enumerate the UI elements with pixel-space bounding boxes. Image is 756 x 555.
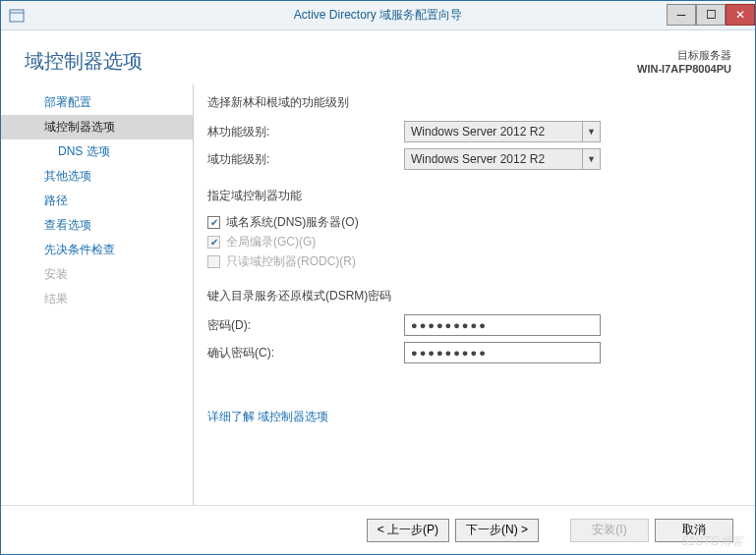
password-input[interactable]: ●●●●●●●●● xyxy=(404,314,601,336)
rodc-checkbox-row: 只读域控制器(RODC)(R) xyxy=(207,253,731,270)
app-icon xyxy=(9,9,25,23)
sidebar-item-deploy[interactable]: 部署配置 xyxy=(1,90,193,115)
install-button: 安装(I) xyxy=(570,519,649,542)
rodc-checkbox xyxy=(207,255,220,268)
chevron-down-icon: ▼ xyxy=(582,149,600,169)
minimize-button[interactable]: ─ xyxy=(667,4,696,26)
svg-rect-0 xyxy=(10,10,24,22)
prev-button[interactable]: < 上一步(P) xyxy=(367,519,449,542)
header: 域控制器选项 目标服务器 WIN-I7AFP8004PU xyxy=(1,30,755,84)
forest-level-label: 林功能级别: xyxy=(207,124,404,140)
main-panel: 选择新林和根域的功能级别 林功能级别: Windows Server 2012 … xyxy=(207,84,731,505)
sidebar-item-prereq[interactable]: 先决条件检查 xyxy=(1,238,193,262)
confirm-password-label: 确认密码(C): xyxy=(207,345,404,361)
confirm-password-input[interactable]: ●●●●●●●●● xyxy=(404,342,601,363)
window-controls: ─ ☐ ✕ xyxy=(667,5,755,26)
domain-level-label: 域功能级别: xyxy=(207,151,404,168)
dns-checkbox-label: 域名系统(DNS)服务器(O) xyxy=(226,214,359,231)
body: 部署配置 域控制器选项 DNS 选项 其他选项 路径 查看选项 先决条件检查 安… xyxy=(1,84,755,505)
sidebar-item-dns-options[interactable]: DNS 选项 xyxy=(1,139,193,164)
forest-level-select[interactable]: Windows Server 2012 R2 ▼ xyxy=(404,121,601,142)
section-dsrm: 键入目录服务还原模式(DSRM)密码 xyxy=(207,288,731,305)
password-label: 密码(D): xyxy=(207,317,404,334)
dns-checkbox-row[interactable]: ✔ 域名系统(DNS)服务器(O) xyxy=(207,214,731,231)
divider xyxy=(193,84,194,505)
domain-level-row: 域功能级别: Windows Server 2012 R2 ▼ xyxy=(207,148,731,170)
section-functional-levels: 选择新林和根域的功能级别 xyxy=(207,94,731,111)
footer: < 上一步(P) 下一步(N) > 安装(I) 取消 51CTO博客 xyxy=(1,505,755,554)
gc-checkbox-label: 全局编录(GC)(G) xyxy=(226,234,316,250)
sidebar-item-review[interactable]: 查看选项 xyxy=(1,213,193,238)
sidebar-item-dc-options[interactable]: 域控制器选项 xyxy=(1,115,193,139)
titlebar: Active Directory 域服务配置向导 ─ ☐ ✕ xyxy=(1,1,755,30)
page-title: 域控制器选项 xyxy=(25,48,637,75)
rodc-checkbox-label: 只读域控制器(RODC)(R) xyxy=(226,253,356,270)
target-server-block: 目标服务器 WIN-I7AFP8004PU xyxy=(637,48,731,75)
confirm-password-row: 确认密码(C): ●●●●●●●●● xyxy=(207,342,731,363)
forest-level-value: Windows Server 2012 R2 xyxy=(411,125,545,139)
sidebar: 部署配置 域控制器选项 DNS 选项 其他选项 路径 查看选项 先决条件检查 安… xyxy=(1,84,193,505)
close-button[interactable]: ✕ xyxy=(726,4,755,26)
target-server-name: WIN-I7AFP8004PU xyxy=(637,63,731,75)
dns-checkbox[interactable]: ✔ xyxy=(207,216,220,229)
window-title: Active Directory 域服务配置向导 xyxy=(1,7,755,24)
password-row: 密码(D): ●●●●●●●●● xyxy=(207,314,731,336)
domain-level-value: Windows Server 2012 R2 xyxy=(411,152,545,166)
sidebar-item-install: 安装 xyxy=(1,262,193,287)
sidebar-item-results: 结果 xyxy=(1,287,193,311)
forest-level-row: 林功能级别: Windows Server 2012 R2 ▼ xyxy=(207,121,731,142)
sidebar-item-paths[interactable]: 路径 xyxy=(1,189,193,213)
gc-checkbox: ✔ xyxy=(207,236,220,249)
next-button[interactable]: 下一步(N) > xyxy=(455,519,539,542)
gc-checkbox-row: ✔ 全局编录(GC)(G) xyxy=(207,234,731,250)
target-server-label: 目标服务器 xyxy=(637,48,731,63)
cancel-button[interactable]: 取消 xyxy=(655,519,733,542)
learn-more-link[interactable]: 详细了解 域控制器选项 xyxy=(207,409,328,425)
maximize-button[interactable]: ☐ xyxy=(696,4,726,26)
wizard-window: Active Directory 域服务配置向导 ─ ☐ ✕ 域控制器选项 目标… xyxy=(0,0,756,555)
section-dc-capabilities: 指定域控制器功能 xyxy=(207,188,731,204)
sidebar-item-other[interactable]: 其他选项 xyxy=(1,164,193,189)
domain-level-select[interactable]: Windows Server 2012 R2 ▼ xyxy=(404,148,601,170)
chevron-down-icon: ▼ xyxy=(582,122,600,141)
